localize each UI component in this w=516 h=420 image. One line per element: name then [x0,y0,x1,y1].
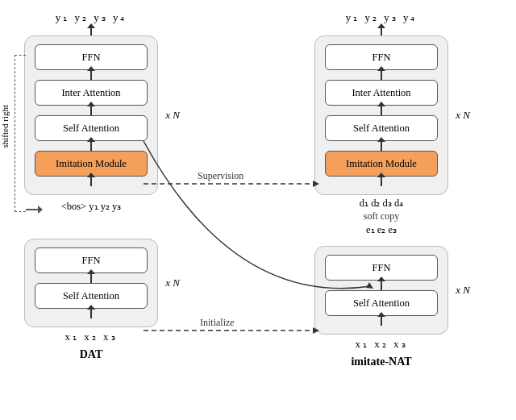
right-d-tokens: d₁ d₂ d₃ d₄ [360,197,403,210]
right-encoder-xN: x N [456,284,470,297]
shifted-right-bracket [15,55,26,212]
arrow-left-top [90,27,92,35]
initialize-label: Initialize [200,317,235,328]
left-decoder-xN: x N [165,109,180,122]
right-bottom-tokens: x₁ x₂ x₃ [356,338,408,351]
right-e-tokens: e₁ e₂ e₃ [366,223,397,236]
left-encoder-group: x N FFN Self Attention [24,239,158,327]
right-column-label: imitate-NAT [351,356,411,368]
shifted-right-label: shifted right [0,105,10,148]
right-decoder-xN: x N [456,109,470,122]
left-column-label: DAT [80,348,103,361]
left-bottom-tokens: x₁ x₂ x₃ [65,331,118,343]
right-top-tokens: y₁ y₂ y₃ y₄ [346,11,418,24]
right-decoder-group: x N FFN Inter Attention Self Attention I… [314,35,448,195]
left-decoder-group: x N FFN Inter Attention Self Attention I… [24,35,158,195]
left-top-tokens: y₁ y₂ y₃ y₄ [56,11,127,24]
right-encoder-group: x N FFN Self Attention [314,246,448,335]
left-bos-tokens: <bos> y₁ y₂ y₃ [61,200,122,213]
supervision-label: Supervision [198,170,243,181]
right-soft-copy: soft copy [364,210,399,222]
left-encoder-xN: x N [165,277,180,289]
